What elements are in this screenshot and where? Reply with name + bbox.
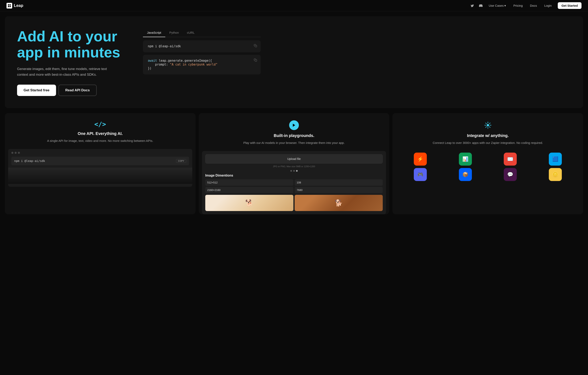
corgi-image-1: 🐕	[205, 195, 294, 211]
svg-rect-4	[255, 45, 257, 47]
docs-button[interactable]: Docs	[527, 2, 540, 9]
pricing-button[interactable]: Pricing	[510, 2, 525, 9]
feature-integrate-card: Integrate w/ anything. Connect Leap to o…	[392, 113, 583, 214]
svg-rect-0	[8, 4, 9, 5]
discord-link[interactable]	[477, 2, 484, 9]
use-cases-button[interactable]: Use Cases ▾	[486, 2, 509, 9]
svg-rect-5	[255, 60, 257, 61]
get-started-hero-button[interactable]: Get Started free	[17, 85, 56, 96]
code-block-generate: await leap.generate.generateImage({ prom…	[143, 55, 261, 74]
hero-section: Add AI to your app in minutes Generate i…	[5, 16, 583, 108]
play-icon	[289, 120, 299, 130]
navbar: Leap Use Cases ▾ Pricing Docs Login Get …	[0, 0, 588, 11]
svg-line-12	[485, 123, 486, 124]
copy-generate-button[interactable]	[253, 58, 258, 63]
code-block-npm: npm i @leap-ai/sdk	[143, 41, 261, 52]
features-section: </> One API. Everything AI. A single API…	[0, 113, 588, 219]
hero-buttons: Get Started free Read API Docs	[17, 85, 135, 96]
playground-feature-desc: Play with our AI models in your browser.…	[205, 141, 383, 145]
tab-curl[interactable]: cURL	[183, 28, 199, 37]
dim-cell-3: 2160×2160	[205, 187, 294, 193]
svg-rect-3	[10, 6, 11, 7]
code-npm-text: npm i @leap-ai/sdk	[148, 44, 181, 48]
nav-links: Use Cases ▾ Pricing Docs Login Get Start…	[469, 2, 581, 9]
dim-cell-1: 512×512	[205, 179, 294, 186]
svg-point-7	[487, 124, 489, 126]
google-sheets-icon: 📊	[459, 152, 472, 166]
api-feature-desc: A single API for image, text, video and …	[11, 138, 189, 143]
dim-title: Image Dimentions	[205, 174, 383, 177]
integrate-feature-title: Integrate w/ anything.	[399, 133, 577, 138]
playground-feature-title: Built-in playgrounds.	[205, 133, 383, 138]
svg-line-13	[489, 127, 490, 127]
brand-logo[interactable]: Leap	[7, 3, 23, 9]
svg-line-15	[485, 127, 486, 127]
dropbox-icon: 📦	[459, 168, 472, 181]
tab-javascript[interactable]: JavaScript	[143, 28, 165, 37]
other-icon: 🪙	[549, 168, 562, 181]
dim-cell-4: 7680	[294, 187, 383, 193]
api-icon: </>	[11, 120, 189, 128]
logo-icon	[7, 3, 12, 9]
hero-right: JavaScript Python cURL npm i @leap-ai/sd…	[143, 28, 261, 74]
feature-api-card: </> One API. Everything AI. A single API…	[5, 113, 196, 214]
upload-hint: JPG or PNG, Max size 5MB or 1200×1200	[205, 165, 383, 168]
hero-left: Add AI to your app in minutes Generate i…	[17, 28, 135, 96]
integrate-feature-desc: Connect Leap to over 3000+ apps with our…	[399, 141, 577, 145]
slack-icon: 💬	[504, 168, 517, 181]
gmail-icon: ✉️	[504, 152, 517, 166]
microsoft-icon: 🟦	[549, 152, 562, 166]
svg-rect-1	[10, 4, 11, 5]
code-tabs: JavaScript Python cURL	[143, 28, 261, 37]
copy-badge[interactable]: COPY	[176, 159, 186, 163]
get-started-nav-button[interactable]: Get Started	[558, 2, 581, 9]
chevron-down-icon: ▾	[504, 4, 506, 8]
feature-code-line: npm i @leap-ai/sdk	[14, 159, 45, 162]
svg-rect-2	[8, 6, 9, 7]
dim-cell-2: 108	[294, 179, 383, 186]
upload-button-illus: Upload file	[205, 154, 383, 163]
svg-marker-6	[293, 124, 295, 127]
zapier-icon: ⚡	[414, 152, 427, 166]
twitter-link[interactable]	[469, 2, 476, 9]
code-generate-text: await leap.generate.generateImage({ prom…	[148, 59, 218, 70]
sun-icon	[483, 120, 493, 130]
hero-description: Generate images, edit them, fine tune mo…	[17, 66, 115, 77]
hero-title: Add AI to your app in minutes	[17, 28, 135, 61]
svg-line-14	[489, 123, 490, 124]
tab-python[interactable]: Python	[165, 28, 183, 37]
login-button[interactable]: Login	[541, 2, 555, 9]
discord-icon: 🎮	[414, 168, 427, 181]
read-docs-button[interactable]: Read API Docs	[58, 85, 97, 96]
api-feature-title: One API. Everything AI.	[11, 131, 189, 136]
feature-playground-card: Built-in playgrounds. Play with our AI m…	[199, 113, 389, 214]
corgi-image-2: 🐕	[294, 195, 383, 211]
copy-npm-button[interactable]	[253, 43, 258, 49]
